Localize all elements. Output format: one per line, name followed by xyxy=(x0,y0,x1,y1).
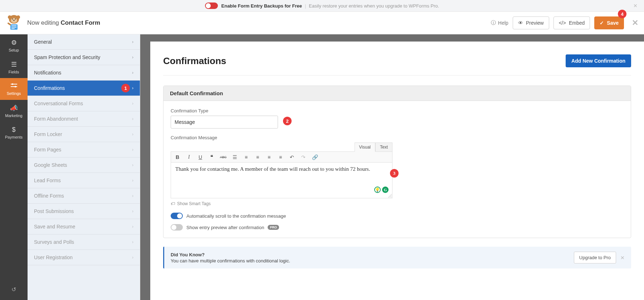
sidebar-item-post-submissions[interactable]: Post Submissions› xyxy=(28,204,140,219)
code-icon: </> xyxy=(559,20,566,26)
sidebar-item-spam[interactable]: Spam Protection and Security› xyxy=(28,50,140,65)
nav-setup[interactable]: ⚙ Setup xyxy=(0,34,28,56)
dyk-close-icon[interactable]: ✕ xyxy=(620,255,625,261)
quote-icon[interactable]: ❝ xyxy=(208,154,215,160)
nav-payments[interactable]: $ Payments xyxy=(0,122,28,144)
callout-4: 4 xyxy=(618,10,626,18)
rich-editor: Visual Text B I U ❝ ABC ☰ ≡ xyxy=(171,142,392,198)
upgrade-button[interactable]: Upgrade to Pro xyxy=(574,252,616,263)
sidebar-item-lead-forms[interactable]: Lead Forms› xyxy=(28,173,140,188)
preview-button[interactable]: 👁 Preview xyxy=(513,16,549,29)
numbered-list-icon[interactable]: ≡ xyxy=(243,154,250,160)
strikethrough-icon[interactable]: ABC xyxy=(220,155,227,159)
sidebar-item-label: Conversational Forms xyxy=(34,101,83,106)
nav-settings[interactable]: Settings xyxy=(0,78,28,100)
nav-fields[interactable]: ☰ Fields xyxy=(0,56,28,78)
save-label: Save xyxy=(607,20,619,26)
chevron-right-icon: › xyxy=(132,239,133,245)
banner-light: Easily restore your entries when you upg… xyxy=(309,3,439,9)
page-title: Now editing Contact Form xyxy=(27,19,100,26)
sidebar-item-label: Post Submissions xyxy=(34,208,74,214)
callout-2: 2 xyxy=(283,117,292,125)
italic-icon[interactable]: I xyxy=(185,154,192,160)
chevron-right-icon: › xyxy=(132,116,133,121)
editor-tab-text[interactable]: Text xyxy=(375,142,392,152)
sidebar-item-form-pages[interactable]: Form Pages› xyxy=(28,142,140,158)
entry-preview-toggle[interactable] xyxy=(171,224,183,231)
confirmation-name[interactable]: Default Confirmation xyxy=(164,86,631,101)
grammarly-icon[interactable]: G xyxy=(382,187,389,193)
chevron-right-icon: › xyxy=(132,163,133,168)
callout-3: 3 xyxy=(390,169,399,178)
confirmation-type-select[interactable] xyxy=(171,116,278,129)
sidebar-item-form-locker[interactable]: Form Locker› xyxy=(28,127,140,142)
embed-button[interactable]: </> Embed xyxy=(553,16,590,29)
underline-icon[interactable]: U xyxy=(197,154,204,160)
help-icon: ⓘ xyxy=(491,20,496,26)
redo-icon[interactable]: ↷ xyxy=(300,154,307,160)
preview-label: Preview xyxy=(526,20,544,26)
nav-history[interactable]: ↺ xyxy=(0,279,28,300)
sidebar-item-google-sheets[interactable]: Google Sheets› xyxy=(28,158,140,173)
sidebar-item-label: Google Sheets xyxy=(34,162,67,168)
sidebar-item-form-abandonment[interactable]: Form Abandonment› xyxy=(28,111,140,127)
align-left-icon[interactable]: ≡ xyxy=(254,154,261,160)
sidebar-item-surveys-polls[interactable]: Surveys and Polls› xyxy=(28,234,140,250)
undo-icon[interactable]: ↶ xyxy=(288,154,296,160)
promo-banner: Enable Form Entry Backups for Free | Eas… xyxy=(0,0,644,12)
nav-payments-label: Payments xyxy=(5,135,23,139)
sidebar-item-label: Form Pages xyxy=(34,147,61,153)
resize-handle-icon[interactable] xyxy=(388,194,392,198)
sidebar-item-label: Confirmations xyxy=(34,85,65,91)
show-smart-tags-link[interactable]: 🏷 Show Smart Tags xyxy=(171,201,624,206)
banner-toggle[interactable] xyxy=(205,3,218,9)
svg-point-6 xyxy=(13,20,14,21)
editor-tab-visual[interactable]: Visual xyxy=(355,142,375,152)
close-builder-icon[interactable]: ✕ xyxy=(632,18,638,28)
help-link[interactable]: ⓘ Help xyxy=(491,20,508,26)
bold-icon[interactable]: B xyxy=(174,154,181,160)
link-icon[interactable]: 🔗 xyxy=(311,154,318,160)
sidebar-item-confirmations[interactable]: Confirmations 1 › xyxy=(28,81,140,96)
chevron-right-icon: › xyxy=(132,101,133,106)
editor-content[interactable]: Thank you for contacting me. A member of… xyxy=(171,163,392,198)
auto-scroll-toggle[interactable] xyxy=(171,213,183,219)
svg-point-14 xyxy=(14,86,16,87)
title-prefix: Now editing xyxy=(27,19,61,26)
settings-sidebar: General› Spam Protection and Security› N… xyxy=(28,34,140,300)
embed-label: Embed xyxy=(569,20,585,26)
dyk-body: You can have multiple confirmations with… xyxy=(171,258,290,263)
pro-badge: PRO xyxy=(268,225,279,230)
sidebar-item-conversational[interactable]: Conversational Forms› xyxy=(28,96,140,111)
sidebar-item-notifications[interactable]: Notifications› xyxy=(28,65,140,81)
add-confirmation-button[interactable]: Add New Confirmation xyxy=(566,54,631,67)
bullet-list-icon[interactable]: ☰ xyxy=(231,154,238,160)
close-banner-icon[interactable]: ✕ xyxy=(633,3,638,9)
sidebar-item-label: General xyxy=(34,39,52,45)
chevron-right-icon: › xyxy=(132,193,133,198)
sidebar-item-label: Surveys and Polls xyxy=(34,239,74,245)
svg-rect-8 xyxy=(11,25,16,26)
did-you-know-banner: Did You Know? You can have multiple conf… xyxy=(163,247,631,268)
sidebar-item-user-registration[interactable]: User Registration› xyxy=(28,250,140,265)
sidebar-item-offline-forms[interactable]: Offline Forms› xyxy=(28,188,140,204)
nav-fields-label: Fields xyxy=(9,70,19,74)
main-canvas: Confirmations Add New Confirmation Defau… xyxy=(140,34,644,300)
sidebar-item-general[interactable]: General› xyxy=(28,34,140,50)
chevron-right-icon: › xyxy=(132,255,133,260)
align-center-icon[interactable]: ≡ xyxy=(265,154,273,160)
chevron-right-icon: › xyxy=(132,86,133,91)
chevron-right-icon: › xyxy=(132,70,133,75)
align-right-icon[interactable]: ≡ xyxy=(277,154,284,160)
svg-rect-9 xyxy=(11,27,16,28)
sidebar-item-save-resume[interactable]: Save and Resume› xyxy=(28,219,140,234)
list-icon: ☰ xyxy=(11,61,17,68)
nav-setup-label: Setup xyxy=(9,48,19,52)
chevron-right-icon: › xyxy=(132,209,133,214)
banner-bold: Enable Form Entry Backups for Free xyxy=(221,3,302,9)
nav-marketing[interactable]: 📣 Marketing xyxy=(0,100,28,122)
save-button[interactable]: ✓ Save 4 xyxy=(594,16,624,29)
sidebar-item-label: Spam Protection and Security xyxy=(34,54,100,60)
grammarly-suggestion-icon[interactable]: 💡 xyxy=(374,187,381,193)
banner-separator: | xyxy=(305,3,306,9)
